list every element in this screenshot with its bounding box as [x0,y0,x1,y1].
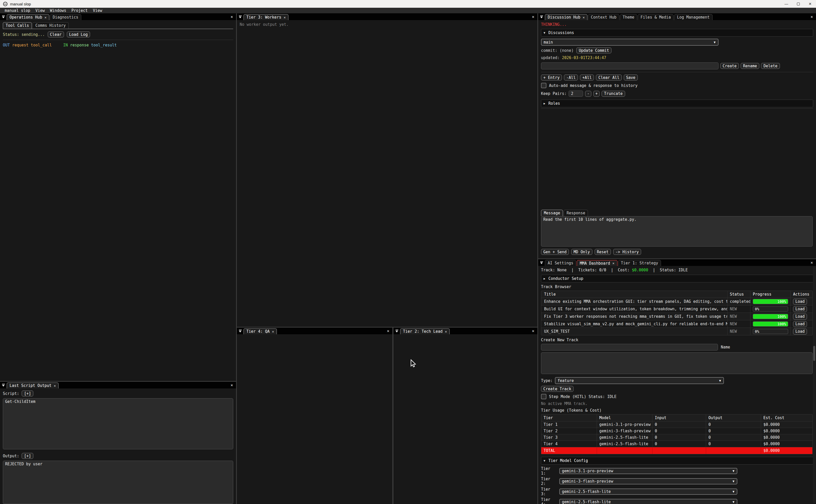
scrollbar-thumb[interactable] [813,346,815,361]
rename-discussion-button[interactable]: Rename [741,63,759,69]
menu-manual-slop[interactable]: manual slop [2,8,33,13]
update-commit-button[interactable]: Update Commit [576,47,611,53]
tab-diagnostics[interactable]: Diagnostics [50,14,81,20]
tier4-model-select[interactable]: gemini-2.5-flash-lite ▼ [559,499,737,504]
menu-view[interactable]: View [33,8,47,13]
dock-close-icon[interactable]: ✕ [387,329,389,333]
track-row[interactable]: UX_SIM_TEST NEW 0% Load [541,328,812,335]
menu-project[interactable]: Project [69,8,90,13]
tab-message[interactable]: Message [541,210,563,216]
tab-close-icon[interactable]: ✕ [44,15,46,19]
dock-separator-horizontal[interactable] [538,258,816,259]
tab-close-icon[interactable]: ✕ [272,330,274,334]
keep-pairs-increment-button[interactable]: + [593,91,600,97]
window-collapse-icon[interactable] [393,328,400,334]
clear-all-button[interactable]: Clear All [596,75,621,80]
dock-separator-horizontal[interactable] [237,327,537,328]
load-log-button[interactable]: Load Log [67,31,90,37]
tab-files-media[interactable]: Files & Media [638,14,674,20]
tier3-model-select[interactable]: gemini-2.5-flash-lite ▼ [559,489,737,495]
tab-last-script-output[interactable]: Last Script Output ✕ [7,383,59,388]
window-collapse-icon[interactable] [237,328,244,334]
tab-tier2-techlead[interactable]: Tier 2: Tech Lead ✕ [400,328,450,334]
load-track-button[interactable]: Load [793,321,807,327]
dock-close-icon[interactable]: ✕ [231,14,233,19]
tab-log-management[interactable]: Log Management [674,14,712,20]
md-only-button[interactable]: MD Only [571,249,592,255]
menu-windows[interactable]: Windows [47,8,69,13]
roles-header[interactable]: ▶ Roles [541,100,813,107]
tab-close-icon[interactable]: ✕ [445,330,447,334]
output-expand-button[interactable]: [+] [22,453,33,459]
plus-all-button[interactable]: +All [580,75,594,80]
tool-call-log-line[interactable]: OUT request tool_call IN response tool_r… [3,43,233,47]
tab-operations-hub[interactable]: Operations Hub ✕ [7,14,49,20]
script-expand-button[interactable]: [+] [22,391,33,396]
load-track-button[interactable]: Load [793,299,807,305]
tab-context-hub[interactable]: Context Hub [588,14,619,20]
tab-close-icon[interactable]: ✕ [612,261,615,265]
window-collapse-icon[interactable] [538,259,545,266]
maximize-button[interactable] [792,0,804,8]
clear-button[interactable]: Clear [48,31,64,37]
dock-close-icon[interactable]: ✕ [231,383,233,387]
create-track-button[interactable]: Create Track [541,386,573,392]
load-track-button[interactable]: Load [793,329,807,335]
discussion-name-input[interactable] [541,62,718,69]
add-entry-button[interactable]: + Entry [541,75,562,80]
minimize-button[interactable]: — [780,0,792,8]
history-button[interactable]: -> History [613,249,641,255]
tab-close-icon[interactable]: ✕ [54,384,56,388]
window-collapse-icon[interactable] [0,13,7,20]
window-collapse-icon[interactable] [0,382,7,388]
discussion-select[interactable]: main ▼ [541,39,718,46]
gen-send-button[interactable]: Gen + Send [541,249,569,255]
dock-close-icon[interactable]: ✕ [811,14,813,19]
minus-all-button[interactable]: -All [564,75,578,80]
track-row[interactable]: Fix Tier 3 worker responses not reaching… [541,313,812,320]
output-textarea[interactable]: REJECTED by user [3,461,233,504]
tab-discussion-hub[interactable]: Discussion Hub ✕ [545,14,587,20]
track-row[interactable]: Enhance existing MMA orchestration GUI: … [541,298,812,305]
tab-close-icon[interactable]: ✕ [583,15,585,19]
create-discussion-button[interactable]: Create [720,63,739,69]
dock-separator-horizontal[interactable] [0,381,236,382]
autoadd-checkbox[interactable] [541,83,546,88]
discussions-header[interactable]: ▼ Discussions [541,29,813,37]
tab-theme[interactable]: Theme [620,14,637,20]
keep-pairs-decrement-button[interactable]: - [585,91,591,97]
track-type-select[interactable]: feature ▼ [555,377,724,384]
menu-view-2[interactable]: View [90,8,105,13]
tab-response[interactable]: Response [564,210,588,216]
load-track-button[interactable]: Load [793,306,807,312]
tier1-model-select[interactable]: gemini-3.1-pro-preview ▼ [559,468,737,474]
window-collapse-icon[interactable] [237,13,244,20]
script-textarea[interactable]: Get-ChildItem [3,398,233,449]
dock-separator-vertical[interactable] [392,328,393,504]
track-row[interactable]: Stabilize visual_sim_mma_v2.py and mock_… [541,320,812,328]
tab-close-icon[interactable]: ✕ [284,15,286,19]
tab-tier1-strategy[interactable]: Tier 1: Strategy [618,260,661,266]
dock-separator-vertical[interactable] [236,13,237,504]
track-row[interactable]: Build UI for context window utilization,… [541,305,812,313]
tab-tier3-workers[interactable]: Tier 3: Workers ✕ [244,14,288,20]
track-description-textarea[interactable] [541,352,813,374]
track-name-input[interactable] [541,344,718,351]
message-textarea[interactable]: Read the first 10 lines of aggregate.py. [541,216,813,247]
scrollbar[interactable] [813,266,815,503]
close-button[interactable]: ✕ [804,0,816,8]
delete-discussion-button[interactable]: Delete [761,63,780,69]
dock-close-icon[interactable]: ✕ [811,260,813,265]
tab-tier4-qa[interactable]: Tier 4: QA ✕ [244,328,277,334]
reset-button[interactable]: Reset [595,249,611,255]
tab-ai-settings[interactable]: AI Settings [545,260,576,266]
tab-mma-dashboard[interactable]: MMA Dashboard ✕ [577,260,617,266]
save-button[interactable]: Save [624,75,638,80]
step-mode-checkbox[interactable] [541,394,546,399]
tier2-model-select[interactable]: gemini-3-flash-preview ▼ [559,478,737,484]
truncate-button[interactable]: Truncate [602,91,625,97]
load-track-button[interactable]: Load [793,314,807,320]
tab-tool-calls[interactable]: Tool Calls [3,22,32,29]
tier-model-config-header[interactable]: ▼ Tier Model Config [541,457,813,465]
window-collapse-icon[interactable] [538,13,545,20]
